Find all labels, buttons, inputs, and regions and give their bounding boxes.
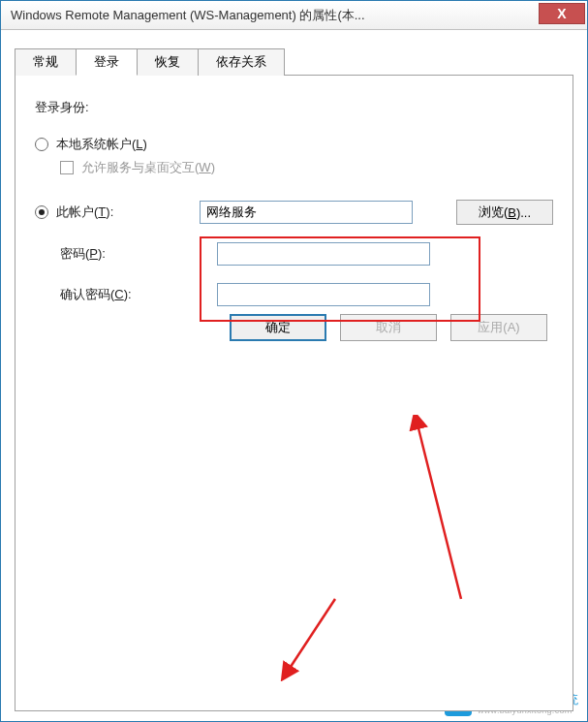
- local-system-label: 本地系统帐户(L): [56, 136, 147, 153]
- browse-button[interactable]: 浏览(B)...: [456, 200, 553, 225]
- radio-local-system[interactable]: [35, 138, 48, 151]
- close-button[interactable]: X: [539, 3, 585, 24]
- annotation-arrow-1: [403, 415, 480, 609]
- dialog-window: Windows Remote Management (WS-Management…: [0, 0, 588, 722]
- confirm-password-input[interactable]: [217, 283, 430, 306]
- logon-identity-label: 登录身份:: [35, 99, 89, 116]
- window-title: Windows Remote Management (WS-Management…: [11, 7, 539, 24]
- this-account-label: 此帐户(T):: [56, 204, 113, 221]
- apply-button[interactable]: 应用(A): [450, 314, 547, 341]
- cancel-button[interactable]: 取消: [340, 314, 437, 341]
- tab-general[interactable]: 常规: [15, 48, 77, 76]
- password-label: 密码(P):: [60, 246, 106, 261]
- confirm-password-label: 确认密码(C):: [60, 287, 132, 301]
- password-input[interactable]: [217, 242, 430, 266]
- tab-strip: 常规 登录 恢复 依存关系: [15, 47, 573, 75]
- dialog-body: 常规 登录 恢复 依存关系 登录身份: 本地系统帐户(L) 允许服务与桌面交互(…: [1, 30, 587, 721]
- ok-button[interactable]: 确定: [230, 314, 326, 341]
- interact-desktop-label: 允许服务与桌面交互(W): [81, 159, 215, 176]
- tab-dependencies[interactable]: 依存关系: [198, 48, 285, 76]
- account-input[interactable]: [200, 201, 413, 224]
- radio-this-account[interactable]: [35, 205, 48, 219]
- svg-line-1: [289, 599, 335, 670]
- annotation-arrow-2: [277, 594, 345, 681]
- titlebar: Windows Remote Management (WS-Management…: [1, 1, 587, 30]
- checkbox-interact-desktop: [60, 161, 74, 174]
- svg-line-0: [418, 424, 461, 599]
- tab-content-logon: 登录身份: 本地系统帐户(L) 允许服务与桌面交互(W) 此帐户(T): 浏览(…: [15, 75, 573, 711]
- footer-buttons: 确定 取消 应用(A): [35, 306, 553, 341]
- tab-recovery[interactable]: 恢复: [137, 48, 199, 76]
- tab-logon[interactable]: 登录: [76, 48, 138, 76]
